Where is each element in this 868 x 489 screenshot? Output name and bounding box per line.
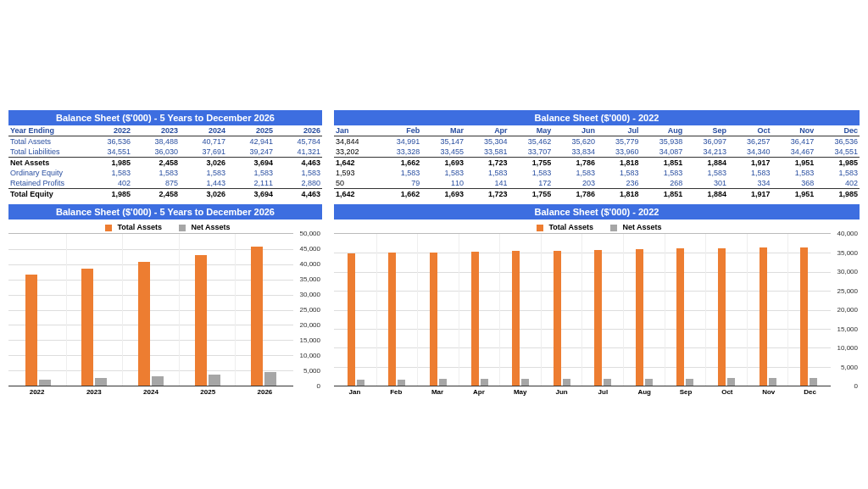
cell-value: 33,581: [465, 147, 509, 158]
left-table-header: Balance Sheet ($'000) - 5 Years to Decem…: [8, 110, 322, 125]
cell-value: 36,536: [85, 136, 132, 147]
cell-value: 1,951: [772, 189, 816, 200]
cell-value: 34,551: [85, 147, 132, 158]
y-tick: 15,000: [837, 325, 858, 332]
x-tick: 2022: [8, 386, 65, 396]
y-tick: 35,000: [837, 248, 858, 256]
cell-value: 1,583: [227, 168, 275, 178]
cell-value: 1,755: [509, 189, 554, 200]
cell-value: 1,583: [421, 168, 465, 178]
legend-swatch-orange: [537, 225, 543, 231]
y-tick: 30,000: [300, 291, 320, 298]
cell-value: 1,755: [509, 158, 554, 169]
bar-total-assets: [554, 251, 561, 386]
cell-value: 301: [684, 178, 728, 189]
bar-group: [665, 234, 706, 386]
col-header-year: 2023: [132, 125, 180, 136]
y-tick: 10,000: [837, 344, 858, 352]
cell-value: 34,467: [772, 147, 816, 158]
cell-value: 172: [509, 178, 554, 189]
bar-total-assets: [594, 250, 602, 386]
cell-value: 2,880: [275, 178, 322, 189]
cell-value: 1,583: [180, 168, 227, 178]
legend-swatch-orange: [105, 225, 112, 231]
y-tick: 0: [317, 382, 320, 390]
table-row: 1,5931,5831,5831,5831,5831,5831,5831,583…: [334, 168, 860, 178]
cell-value: 38,488: [132, 136, 180, 147]
bar-net-assets: [604, 379, 611, 386]
y-tick: 20,000: [300, 321, 320, 329]
bar-net-assets: [563, 379, 570, 386]
bar-total-assets: [251, 247, 263, 386]
cell-value: 1,884: [684, 158, 728, 169]
bar-total-assets: [388, 253, 396, 386]
x-tick: Jun: [541, 386, 582, 396]
x-tick: Jul: [582, 386, 624, 396]
bar-group: [336, 234, 376, 386]
left-chart-plot: [8, 233, 293, 386]
cell-value: 34,213: [684, 147, 728, 158]
cell-value: 34,991: [378, 136, 422, 147]
x-tick: Sep: [665, 386, 707, 396]
cell-value: 1,723: [465, 189, 509, 200]
cell-value: 1,985: [815, 158, 860, 169]
bar-total-assets: [430, 253, 437, 386]
cell-value: 1,917: [728, 189, 772, 200]
cell-value: 34,087: [641, 147, 685, 158]
col-header-month: Dec: [815, 125, 860, 136]
y-tick: 0: [854, 382, 858, 390]
cell-value: 1,693: [421, 189, 465, 200]
bar-total-assets: [512, 251, 520, 386]
cell-value: 1,818: [597, 158, 641, 169]
cell-value: 1,662: [378, 158, 422, 169]
col-header-month: Nov: [772, 125, 816, 136]
cell-value: 236: [597, 178, 641, 189]
row-label: Retained Profits: [8, 178, 85, 189]
col-header-month: Aug: [641, 125, 685, 136]
table-row: 1,6421,6621,6931,7231,7551,7861,8181,851…: [334, 158, 860, 169]
left-table: Year Ending20222023202420252026 Total As…: [8, 125, 322, 199]
cell-value: 1,583: [684, 168, 728, 178]
cell-value: 3,694: [227, 158, 275, 169]
bar-group: [417, 234, 459, 386]
right-chart-plot: [334, 233, 831, 386]
row-label: Ordinary Equity: [8, 168, 85, 178]
x-tick: 2025: [180, 386, 236, 396]
cell-value: 1,917: [728, 158, 772, 169]
bar-group: [499, 234, 541, 386]
cell-value: 33,834: [553, 147, 597, 158]
cell-value: 1,851: [641, 189, 685, 200]
cell-value: 36,097: [684, 136, 728, 147]
tables-row: Balance Sheet ($'000) - 5 Years to Decem…: [8, 110, 860, 199]
bar-total-assets: [25, 275, 37, 386]
table-row: Total Liabilities34,55136,03037,69139,24…: [8, 147, 322, 158]
cell-value: 33,455: [421, 147, 465, 158]
right-chart-area: 05,00010,00015,00020,00025,00030,00035,0…: [334, 233, 860, 386]
col-header-label: Year Ending: [8, 125, 85, 136]
cell-value: 402: [85, 178, 132, 189]
bar-net-assets: [481, 379, 488, 386]
cell-value: 1,786: [553, 158, 597, 169]
cell-value: 141: [465, 178, 509, 189]
bar-group: [623, 234, 665, 386]
cell-value: 36,536: [815, 136, 860, 147]
cell-value: 1,662: [378, 189, 422, 200]
cell-value: 1,985: [85, 189, 132, 200]
cell-value: 35,779: [597, 136, 641, 147]
y-tick: 5,000: [841, 363, 858, 370]
cell-value: 1,786: [553, 189, 597, 200]
cell-value: 1,642: [334, 189, 378, 200]
bar-total-assets: [636, 249, 643, 386]
left-chart-y-axis: 05,00010,00015,00020,00025,00030,00035,0…: [293, 233, 322, 386]
col-header-year: 2022: [85, 125, 132, 136]
cell-value: 35,938: [641, 136, 685, 147]
x-tick: Nov: [748, 386, 789, 396]
col-header-month: Apr: [465, 125, 509, 136]
cell-value: 34,844: [334, 136, 378, 147]
x-tick: Mar: [417, 386, 459, 396]
bar-group: [787, 234, 829, 386]
cell-value: 34,551: [815, 147, 860, 158]
col-header-year: 2024: [180, 125, 227, 136]
bar-group: [376, 234, 418, 386]
cell-value: 268: [641, 178, 685, 189]
